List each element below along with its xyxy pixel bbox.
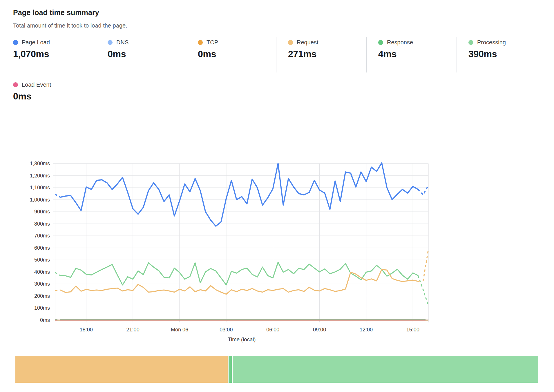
request-dot-icon (288, 40, 293, 45)
y-tick-label-900: 900ms (34, 209, 50, 215)
summary-metrics-row: Page Load1,070msDNS0msTCP0msRequest271ms… (13, 37, 547, 72)
x-tick-label: 03:00 (220, 327, 233, 333)
page-load-time-chart[interactable]: 0ms100ms200ms300ms400ms500ms600ms700ms80… (13, 159, 554, 348)
x-tick-label: 06:00 (266, 327, 279, 333)
y-tick-label-1300: 1,300ms (30, 161, 50, 166)
legend-label-dns: DNS (116, 39, 128, 46)
legend-label-page-load: Page Load (22, 39, 50, 46)
series-processing-line (60, 262, 418, 285)
response-dot-icon (378, 40, 383, 45)
x-tick-label: 18:00 (80, 327, 93, 333)
x-tick-label: 21:00 (126, 327, 140, 333)
series-processing-dashed-start (55, 273, 60, 275)
series-request-dashed-start (55, 290, 60, 291)
legend-value-request: 271ms (288, 49, 366, 59)
phase-bar-segment-request (15, 356, 228, 383)
y-tick-label-800: 800ms (34, 221, 50, 227)
legend-item-dns: DNS0ms (96, 37, 186, 72)
y-tick-label-1100: 1,100ms (30, 185, 50, 190)
x-tick-label: 09:00 (313, 327, 326, 333)
legend-item-processing: Processing390ms (457, 37, 547, 72)
y-tick-label-0: 0ms (40, 317, 50, 323)
legend-label-processing: Processing (477, 39, 506, 46)
x-tick-label: 12:00 (360, 327, 373, 333)
x-tick-label: 15:00 (406, 327, 419, 333)
legend-value-tcp: 0ms (198, 49, 276, 59)
page-load-dot-icon (13, 40, 18, 45)
page-title: Page load time summary (13, 8, 554, 17)
legend-value-processing: 390ms (468, 49, 547, 59)
y-tick-label-100: 100ms (34, 305, 50, 311)
y-tick-label-200: 200ms (34, 293, 50, 299)
y-tick-label-1200: 1,200ms (30, 173, 50, 179)
legend-value-load-event: 0ms (13, 91, 554, 102)
legend-value-page-load: 1,070ms (13, 49, 96, 59)
legend-label-tcp: TCP (207, 39, 218, 46)
legend-item-page-load: Page Load1,070ms (13, 37, 96, 72)
dns-dot-icon (108, 40, 113, 45)
y-tick-label-1000: 1,000ms (30, 197, 50, 203)
legend-item-tcp: TCP0ms (186, 37, 276, 72)
legend-label-response: Response (387, 39, 413, 46)
series-page_load-line (60, 163, 418, 226)
legend-label-request: Request (297, 39, 318, 46)
processing-dot-icon (468, 40, 473, 45)
legend-label-load-event: Load Event (22, 81, 51, 88)
y-tick-label-700: 700ms (34, 233, 50, 239)
series-page_load-dashed-end (418, 185, 428, 195)
phase-bar-segment-processing (233, 356, 538, 383)
phase-duration-bar[interactable] (15, 356, 538, 383)
phase-bar-segment-response (229, 356, 232, 383)
page-load-summary-panel: Page load time summary Total amount of t… (0, 0, 554, 392)
series-request-dashed-end (418, 249, 428, 281)
legend-item-response: Response4ms (367, 37, 457, 72)
x-tick-label: Mon 06 (171, 327, 188, 333)
series-request-line (60, 270, 418, 294)
legend-item-request: Request271ms (276, 37, 367, 72)
load-event-dot-icon (13, 82, 18, 87)
legend-value-response: 4ms (378, 49, 457, 59)
y-tick-label-600: 600ms (34, 245, 50, 251)
summary-metrics-row-2: Load Event0ms (13, 79, 554, 102)
legend-item-load-event: Load Event0ms (13, 79, 554, 102)
legend-value-dns: 0ms (108, 49, 186, 59)
chart-svg[interactable]: 0ms100ms200ms300ms400ms500ms600ms700ms80… (13, 159, 432, 347)
tcp-dot-icon (198, 40, 203, 45)
x-axis-title: Time (local) (228, 336, 256, 342)
y-tick-label-300: 300ms (34, 281, 50, 287)
series-page_load-dashed-start (55, 194, 60, 197)
y-tick-label-500: 500ms (34, 257, 50, 263)
y-tick-label-400: 400ms (34, 269, 50, 275)
page-subtitle: Total amount of time it took to load the… (13, 21, 554, 30)
